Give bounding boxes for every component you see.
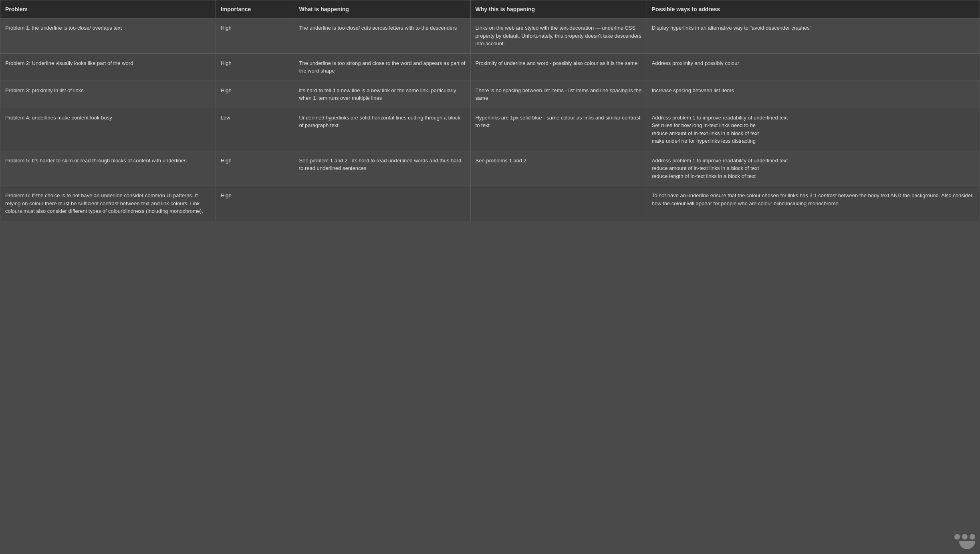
cell-what: The underline is too strong and close to… bbox=[294, 53, 470, 81]
main-container: Problem Importance What is happening Why… bbox=[0, 0, 980, 554]
cell-what: See problem 1 and 2 - its hard to read u… bbox=[294, 151, 470, 186]
cell-address: To not have an underline ensure that the… bbox=[647, 186, 980, 221]
logo-bowl bbox=[959, 541, 975, 549]
logo-dot-3 bbox=[970, 534, 975, 540]
cell-address: Address problem 1 to improve readability… bbox=[647, 151, 980, 186]
table-row: Problem 2: Underline visually looks like… bbox=[0, 53, 980, 81]
table-row: Problem 3: proximity in list of linksHig… bbox=[0, 81, 980, 108]
header-importance: Importance bbox=[216, 0, 294, 18]
cell-problem: Problem 2: Underline visually looks like… bbox=[0, 53, 216, 81]
table-row: Problem 5: It's harder to skim or read t… bbox=[0, 151, 980, 186]
header-why: Why this is happening bbox=[470, 0, 647, 18]
cell-why: Hyperlinks are 1px solid blue - same col… bbox=[470, 108, 647, 151]
cell-why: Links on the web are styled with the tex… bbox=[470, 18, 647, 54]
table-row: Problem 1: the underline is too close/ o… bbox=[0, 18, 980, 54]
cell-address: Address problem 1 to improve readability… bbox=[647, 108, 980, 151]
cell-why: See problems 1 and 2 bbox=[470, 151, 647, 186]
table-row: Problem 6: If the choice is to not have … bbox=[0, 186, 980, 221]
cell-why: Proximity of underline and word - possib… bbox=[470, 53, 647, 81]
cell-problem: Problem 4: underlines make content look … bbox=[0, 108, 216, 151]
cell-address: Display hyperlinks in an alternative way… bbox=[647, 18, 980, 54]
cell-importance: High bbox=[216, 186, 294, 221]
cell-what: it's hard to tell if a new line is a new… bbox=[294, 81, 470, 108]
header-row: Problem Importance What is happening Why… bbox=[0, 0, 980, 18]
cell-problem: Problem 3: proximity in list of links bbox=[0, 81, 216, 108]
cell-importance: High bbox=[216, 53, 294, 81]
cell-what: Underlined hyperlinks are solid horizont… bbox=[294, 108, 470, 151]
cell-problem: Problem 1: the underline is too close/ o… bbox=[0, 18, 216, 54]
cell-what: The underline is too close/ cuts across … bbox=[294, 18, 470, 54]
cell-importance: High bbox=[216, 81, 294, 108]
cell-importance: High bbox=[216, 18, 294, 54]
table-row: Problem 4: underlines make content look … bbox=[0, 108, 980, 151]
cell-address: Address proximity and possibly colour bbox=[647, 53, 980, 81]
logo-dot-1 bbox=[954, 534, 960, 540]
cell-problem: Problem 5: It's harder to skim or read t… bbox=[0, 151, 216, 186]
logo-dots bbox=[954, 534, 975, 540]
cell-what bbox=[294, 186, 470, 221]
header-problem: Problem bbox=[0, 0, 216, 18]
cell-why: There is no spacing between list items -… bbox=[470, 81, 647, 108]
cell-problem: Problem 6: If the choice is to not have … bbox=[0, 186, 216, 221]
cell-why bbox=[470, 186, 647, 221]
problems-table: Problem Importance What is happening Why… bbox=[0, 0, 980, 221]
header-what: What is happening bbox=[294, 0, 470, 18]
logo-area bbox=[954, 534, 975, 549]
cell-address: Increase spacing between list items bbox=[647, 81, 980, 108]
cell-importance: High bbox=[216, 151, 294, 186]
cell-importance: Low bbox=[216, 108, 294, 151]
header-address: Possible ways to address bbox=[647, 0, 980, 18]
logo-dot-2 bbox=[962, 534, 968, 540]
